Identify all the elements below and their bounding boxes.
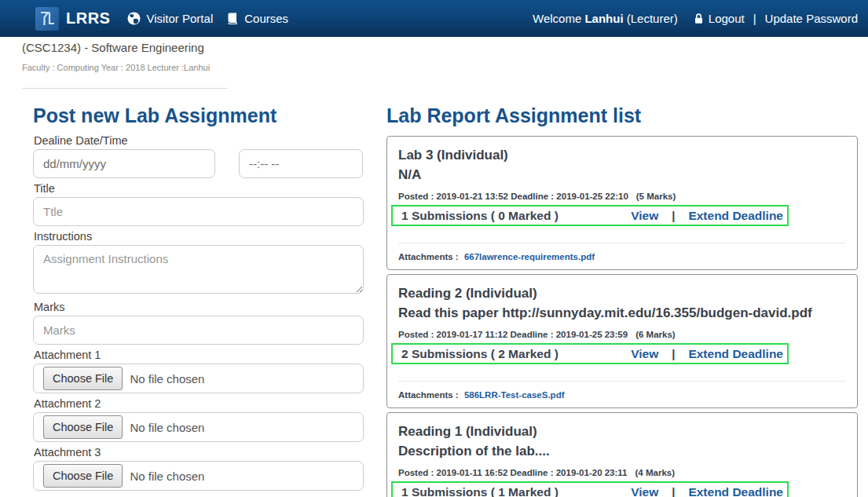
choose-file-button[interactable]: Choose File <box>43 415 123 439</box>
user-role: (Lecturer) <box>627 12 678 25</box>
assignment-title: Reading 2 (Individual) <box>398 283 846 303</box>
card-divider <box>398 243 846 243</box>
file-status-text: No file chosen <box>130 470 204 483</box>
submissions-row: 2 Submissions ( 2 Marked ) View | Extend… <box>391 343 789 364</box>
post-assignment-form: Post new Lab Assignment Dealine Date/Tim… <box>33 103 364 491</box>
assignment-card: Lab 3 (Individual) N/A Posted : 2019-01-… <box>386 136 858 270</box>
attachment-2-file-input[interactable]: Choose File No file chosen <box>33 412 364 442</box>
title-label: Title <box>34 182 364 195</box>
username: Lanhui <box>584 12 623 25</box>
marks-text: (4 Marks) <box>635 468 676 477</box>
deadline-time-input[interactable] <box>239 149 363 178</box>
lrrs-logo-icon[interactable] <box>35 7 59 31</box>
navbar-left: LRRS Visitor Portal <box>35 7 302 31</box>
navbar-right: Welcome Lanhui (Lecturer) Logout | Updat… <box>533 12 858 25</box>
form-heading: Post new Lab Assignment <box>33 103 364 129</box>
logout-link[interactable]: Logout <box>694 12 745 25</box>
attachments-label: Attachments : <box>398 390 459 400</box>
file-status-text: No file chosen <box>130 372 204 386</box>
choose-file-button[interactable]: Choose File <box>43 367 123 390</box>
submissions-count: 2 Submissions ( 2 Marked ) <box>401 347 559 361</box>
view-link[interactable]: View <box>631 209 658 223</box>
posted-deadline-line: Posted : 2019-01-17 11:12 Deadline : 201… <box>398 330 846 339</box>
file-status-text: No file chosen <box>130 421 204 434</box>
deadline-row <box>33 149 364 178</box>
assignment-card: Reading 2 (Individual) Read this paper h… <box>386 274 858 408</box>
submissions-row: 1 Submissions ( 1 Marked ) View | Extend… <box>391 481 789 497</box>
attachment-file-link[interactable]: 667lawrence-requirements.pdf <box>464 252 595 261</box>
book-icon <box>226 12 239 25</box>
top-navbar: LRRS Visitor Portal <box>0 0 868 37</box>
card-divider <box>398 381 846 382</box>
posted-text: Posted : 2019-01-17 11:12 Deadline : 201… <box>398 330 628 339</box>
instructions-textarea[interactable] <box>33 245 364 294</box>
assignment-title: Reading 1 (Individual) <box>398 422 846 441</box>
posted-deadline-line: Posted : 2019-01-11 16:52 Deadline : 201… <box>398 468 846 477</box>
view-link[interactable]: View <box>631 347 658 361</box>
lock-icon <box>694 13 704 24</box>
link-separator: | <box>672 209 675 222</box>
course-meta: Faculty : Computing Year : 2018 Lecturer… <box>22 63 210 72</box>
view-link[interactable]: View <box>631 485 658 497</box>
brand-name[interactable]: LRRS <box>66 9 110 27</box>
assignment-card: Reading 1 (Individual) Description of th… <box>386 412 858 497</box>
header-divider <box>22 88 228 89</box>
attachment-3-label: Attachment 3 <box>34 446 364 459</box>
submissions-row: 1 Submissions ( 0 Marked ) View | Extend… <box>391 205 789 226</box>
assignment-description: Description of the lab.... <box>398 441 846 461</box>
attachments-label: Attachments : <box>398 252 459 261</box>
nav-visitor-portal-label: Visitor Portal <box>146 12 213 25</box>
marks-text: (5 Marks) <box>636 192 676 201</box>
assignment-description: N/A <box>398 165 846 185</box>
welcome-prefix: Welcome <box>533 12 581 25</box>
nav-courses-label: Courses <box>244 12 288 25</box>
globe-icon <box>127 12 141 25</box>
extend-deadline-link[interactable]: Extend Deadline <box>688 485 783 497</box>
nav-visitor-portal[interactable]: Visitor Portal <box>127 12 213 25</box>
title-input[interactable] <box>33 197 364 226</box>
posted-text: Posted : 2019-01-11 16:52 Deadline : 201… <box>398 468 628 477</box>
instructions-label: Instructions <box>34 230 364 243</box>
assignment-description: Read this paper http://sunnyday.mit.edu/… <box>398 303 846 323</box>
deadline-date-input[interactable] <box>33 149 215 178</box>
attachment-3-file-input[interactable]: Choose File No file chosen <box>33 461 364 491</box>
extend-deadline-link[interactable]: Extend Deadline <box>688 209 783 223</box>
deadline-label: Dealine Date/Time <box>34 134 364 147</box>
course-title: (CSC1234) - Software Engineering <box>22 41 204 54</box>
attachment-1-file-input[interactable]: Choose File No file chosen <box>33 364 364 393</box>
posted-deadline-line: Posted : 2019-01-21 13:52 Deadline : 201… <box>398 192 846 201</box>
nav-courses[interactable]: Courses <box>226 12 288 25</box>
assignment-list: Lab Report Assignment list Lab 3 (Indivi… <box>386 103 858 497</box>
marks-label: Marks <box>34 301 364 313</box>
submissions-count: 1 Submissions ( 1 Marked ) <box>401 485 559 497</box>
welcome-text: Welcome Lanhui (Lecturer) <box>533 12 678 25</box>
update-password-link[interactable]: Update Password <box>765 12 858 25</box>
list-heading: Lab Report Assignment list <box>386 103 858 129</box>
submissions-count: 1 Submissions ( 0 Marked ) <box>401 209 559 223</box>
attachments-line: Attachments : 667lawrence-requirements.p… <box>398 252 846 261</box>
link-separator: | <box>672 485 675 497</box>
marks-text: (6 Marks) <box>635 330 676 339</box>
assignment-title: Lab 3 (Individual) <box>398 145 846 165</box>
page: LRRS Visitor Portal <box>0 0 868 497</box>
attachment-1-label: Attachment 1 <box>34 349 364 361</box>
attachments-line: Attachments : 586LRR-Test-caseS.pdf <box>398 390 846 400</box>
logout-label: Logout <box>709 12 745 25</box>
extend-deadline-link[interactable]: Extend Deadline <box>688 347 783 361</box>
nav-separator: | <box>753 12 756 25</box>
marks-input[interactable] <box>33 316 364 345</box>
link-separator: | <box>672 347 675 360</box>
attachment-2-label: Attachment 2 <box>34 397 364 410</box>
posted-text: Posted : 2019-01-21 13:52 Deadline : 201… <box>398 192 628 201</box>
attachment-file-link[interactable]: 586LRR-Test-caseS.pdf <box>464 390 565 400</box>
choose-file-button[interactable]: Choose File <box>43 464 123 488</box>
